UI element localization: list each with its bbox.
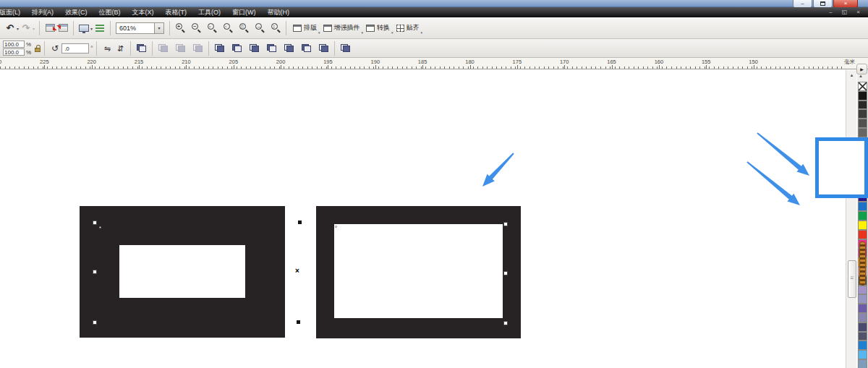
back-minus-front-button[interactable] xyxy=(299,40,313,56)
selection-handle[interactable] xyxy=(93,270,97,274)
palette-flyout-button[interactable]: ▶ xyxy=(856,64,867,74)
color-swatch[interactable] xyxy=(858,109,867,119)
import-button[interactable] xyxy=(43,20,56,36)
toolbar-button-转换[interactable]: 转换 xyxy=(363,20,393,36)
ruler-tick xyxy=(104,67,105,69)
redo-dropdown-icon[interactable]: ▾ xyxy=(33,26,35,31)
application-launcher-button[interactable] xyxy=(77,20,90,36)
color-swatch[interactable] xyxy=(858,128,867,137)
node-dot[interactable] xyxy=(99,226,101,228)
color-swatch[interactable] xyxy=(858,294,867,304)
ruler-tick xyxy=(473,67,474,69)
mdi-control[interactable]: × xyxy=(851,8,865,17)
zoom-to-page-button[interactable]: ▯ xyxy=(237,20,250,36)
menu-item[interactable]: 版面(L) xyxy=(0,7,26,17)
color-swatch[interactable] xyxy=(858,230,867,239)
selection-handle[interactable] xyxy=(503,222,508,226)
scale-h-field[interactable]: 100.0 xyxy=(3,40,25,48)
zoom-all-objects-button[interactable]: ◦ xyxy=(221,20,234,36)
zoom-out-button[interactable]: − xyxy=(190,20,203,36)
color-swatch[interactable] xyxy=(858,91,867,100)
zoom-dropdown-icon[interactable]: ▾ xyxy=(155,22,164,34)
undo-dropdown-icon[interactable]: ▾ xyxy=(17,26,19,31)
ruler-tick xyxy=(274,67,275,69)
ruler-tick xyxy=(147,67,148,69)
menu-item[interactable]: 文本(X) xyxy=(127,7,160,17)
restore-icon xyxy=(820,1,825,6)
selection-handle[interactable] xyxy=(93,221,97,225)
color-swatch[interactable] xyxy=(858,202,867,211)
create-boundary-button[interactable] xyxy=(317,40,331,56)
ruler-tick xyxy=(270,67,271,69)
toolbar-button-增强插件[interactable]: 增强插件 xyxy=(320,20,363,36)
ruler-label: 230 xyxy=(0,59,1,65)
launcher-dropdown-icon[interactable]: ▾ xyxy=(90,26,93,31)
welcome-screen-button[interactable] xyxy=(93,20,106,36)
export-button[interactable] xyxy=(56,20,69,36)
scale-v-field[interactable]: 100.0 xyxy=(3,48,25,56)
zoom-page-height-button[interactable]: ↕ xyxy=(269,20,282,36)
lock-ratio-icon[interactable] xyxy=(35,48,41,52)
menu-item[interactable]: 工具(O) xyxy=(192,7,226,17)
menu-item[interactable]: 效果(C) xyxy=(59,7,93,17)
ruler-tick xyxy=(95,67,95,69)
toolbar-button-排版[interactable]: 排版 xyxy=(290,20,320,36)
color-swatch[interactable] xyxy=(858,359,867,368)
menu-item[interactable]: 排列(A) xyxy=(26,7,59,17)
ruler-tick xyxy=(38,67,38,69)
zoom-page-width-button[interactable]: ↔ xyxy=(253,20,266,36)
color-swatch[interactable] xyxy=(858,304,867,313)
mirror-vertical-button[interactable]: ⇵ xyxy=(114,40,127,56)
color-swatch[interactable] xyxy=(858,350,867,359)
weld-button[interactable] xyxy=(213,40,226,56)
scrollbar-thumb[interactable] xyxy=(848,260,856,298)
ruler-tick xyxy=(388,67,388,69)
toolbar-button-贴齐[interactable]: 贴齐 xyxy=(393,20,422,36)
mirror-horizontal-button[interactable]: ⇋ xyxy=(101,40,114,56)
color-swatch[interactable] xyxy=(858,332,867,341)
color-swatch[interactable] xyxy=(858,313,867,322)
color-swatch[interactable] xyxy=(858,119,867,128)
color-swatch[interactable] xyxy=(858,322,867,332)
node-dot[interactable] xyxy=(335,226,337,228)
zoom-level-combo[interactable]: 601% ▾ xyxy=(116,22,164,34)
selection-handle[interactable] xyxy=(298,221,302,224)
selection-handle[interactable] xyxy=(503,321,508,325)
frame-hole[interactable] xyxy=(334,224,503,318)
menu-item[interactable]: 表格(T) xyxy=(160,7,193,17)
redo-button[interactable]: ↷ xyxy=(20,20,33,36)
color-swatch[interactable] xyxy=(858,100,867,110)
mdi-control[interactable]: – xyxy=(824,8,838,17)
ruler-tick xyxy=(676,67,677,69)
color-swatch[interactable] xyxy=(858,221,867,230)
vertical-scrollbar[interactable]: ▲ xyxy=(846,70,856,368)
selection-handle[interactable] xyxy=(297,320,300,324)
zoom-level-value[interactable]: 601% xyxy=(116,22,155,34)
selection-handle[interactable] xyxy=(93,320,97,325)
color-swatch[interactable] xyxy=(858,211,867,221)
mdi-control[interactable]: ◱ xyxy=(838,8,851,17)
color-swatch[interactable] xyxy=(858,341,867,350)
color-swatch[interactable] xyxy=(858,286,867,295)
intersect-button[interactable] xyxy=(247,40,261,56)
menu-item[interactable]: 帮助(H) xyxy=(262,7,296,17)
ruler-major-tick xyxy=(139,65,140,69)
ruler-tick xyxy=(378,67,379,69)
undo-button[interactable]: ↶ xyxy=(4,20,17,36)
selection-handle[interactable] xyxy=(503,271,508,275)
object-position-button[interactable] xyxy=(135,40,148,56)
zoom-selected-button[interactable]: ▫ xyxy=(205,20,218,36)
front-minus-back-button[interactable] xyxy=(282,40,296,56)
simplify-button[interactable] xyxy=(265,40,278,56)
frame-hole[interactable] xyxy=(119,245,245,298)
menu-item[interactable]: 位图(B) xyxy=(93,7,127,17)
zoom-in-button[interactable]: + xyxy=(174,20,187,36)
scroll-up-icon[interactable]: ▲ xyxy=(848,72,856,80)
trim-button[interactable] xyxy=(230,40,244,56)
align-button[interactable] xyxy=(339,40,352,56)
color-swatch-none[interactable] xyxy=(858,82,867,91)
menu-item[interactable]: 窗口(W) xyxy=(226,7,262,17)
rotation-angle-field[interactable]: .0 xyxy=(61,43,89,54)
frame-object[interactable] xyxy=(80,206,285,338)
frame-object[interactable] xyxy=(316,206,521,338)
